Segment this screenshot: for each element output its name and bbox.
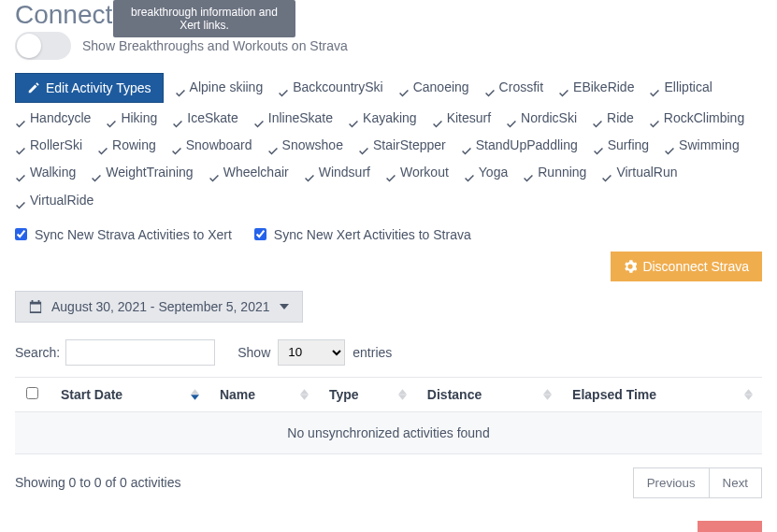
show-breakthroughs-toggle[interactable] (15, 32, 71, 60)
activity-type-item: Ride (592, 107, 634, 130)
activity-type-label: Kitesurf (447, 107, 491, 130)
activity-type-label: StandUpPaddling (476, 134, 578, 157)
sort-icon (300, 389, 309, 400)
activity-type-item: WeightTraining (91, 161, 193, 184)
activity-type-item: NordicSki (506, 107, 577, 130)
select-all-checkbox[interactable] (26, 387, 38, 399)
prev-button[interactable]: Previous (633, 467, 710, 498)
check-icon (593, 140, 604, 151)
check-icon (385, 167, 396, 179)
check-icon (253, 113, 265, 124)
check-icon (461, 140, 472, 151)
check-icon (304, 167, 315, 179)
edit-icon (27, 81, 40, 94)
activity-type-item: RollerSki (15, 134, 82, 157)
empty-state-row: No unsynchronized activities found (15, 411, 762, 453)
activity-type-item: Hiking (106, 107, 157, 130)
check-icon (506, 113, 517, 124)
tooltip: breakthrough information and Xert links. (113, 0, 295, 37)
activity-type-item: RockClimbing (649, 107, 744, 130)
disconnect-strava-button[interactable]: Disconnect Strava (611, 252, 762, 281)
activity-type-label: Canoeing (413, 76, 469, 99)
activity-type-label: Swimming (679, 134, 740, 157)
sync-to-xert-checkbox[interactable] (15, 228, 27, 240)
entries-suffix: entries (353, 345, 392, 360)
activity-type-item: IceSkate (172, 107, 237, 130)
check-icon (649, 113, 660, 124)
activity-type-label: Snowboard (186, 134, 252, 157)
activity-type-item: Windsurf (304, 161, 370, 184)
sync-to-strava-checkbox[interactable] (254, 228, 266, 240)
activity-type-item: InlineSkate (253, 107, 333, 130)
toggle-label: Show Breakthroughs and Workouts on Strav… (82, 38, 348, 53)
activity-type-item: Kitesurf (432, 107, 491, 130)
activity-type-label: Kayaking (363, 107, 417, 130)
entries-select[interactable]: 10 (278, 339, 345, 366)
activity-type-item: Running (523, 161, 586, 184)
activity-type-item: Elliptical (649, 76, 712, 99)
col-name[interactable]: Name (209, 377, 318, 411)
activities-table: Start Date Name Type (15, 377, 762, 454)
check-icon (523, 167, 534, 179)
check-icon (172, 113, 183, 124)
check-icon (348, 113, 359, 124)
activity-type-item: Surfing (593, 134, 649, 157)
activity-type-item: Workout (385, 161, 449, 184)
check-icon (97, 140, 108, 151)
next-button[interactable]: Next (710, 467, 762, 498)
activity-type-label: VirtualRun (616, 161, 677, 184)
date-range-picker[interactable]: August 30, 2021 - September 5, 2021 (15, 291, 303, 323)
activity-type-label: Crossfit (499, 76, 543, 99)
activity-type-item: Alpine skiing (175, 76, 264, 99)
activity-type-label: Elliptical (664, 76, 712, 99)
col-elapsed-time[interactable]: Elapsed Time (561, 377, 762, 411)
gear-icon (624, 260, 637, 273)
check-icon (278, 82, 289, 93)
check-icon (15, 113, 26, 124)
check-icon (267, 140, 279, 151)
col-start-date[interactable]: Start Date (50, 377, 209, 411)
sync-to-xert-check[interactable]: Sync New Strava Activities to Xert (15, 227, 232, 242)
activity-type-label: StairStepper (373, 134, 446, 157)
empty-state-text: No unsynchronized activities found (15, 411, 762, 453)
check-icon (209, 167, 220, 179)
sort-icon (744, 389, 753, 400)
pagination: Previous Next (633, 467, 762, 498)
activity-type-item: Swimming (664, 134, 740, 157)
sort-icon (543, 389, 552, 400)
sync-to-strava-check[interactable]: Sync New Xert Activities to Strava (254, 227, 471, 242)
check-icon (91, 167, 102, 179)
activity-type-item: Canoeing (398, 76, 469, 99)
activity-type-item: BackcountrySki (278, 76, 382, 99)
sync-button[interactable]: Sync (698, 521, 762, 532)
activity-type-label: Surfing (608, 134, 649, 157)
activity-type-item: VirtualRide (15, 189, 94, 212)
col-type[interactable]: Type (318, 377, 416, 411)
activity-type-label: Alpine skiing (190, 76, 264, 99)
activity-type-item: Snowboard (171, 134, 252, 157)
check-icon (432, 113, 443, 124)
activity-type-item: Snowshoe (267, 134, 343, 157)
check-icon (484, 82, 496, 93)
activity-type-item: Kayaking (348, 107, 417, 130)
table-info-text: Showing 0 to 0 of 0 activities (15, 475, 180, 490)
check-icon (592, 113, 603, 124)
sort-icon (398, 389, 407, 400)
activity-type-label: EBikeRide (573, 76, 634, 99)
activity-type-label: Walking (30, 161, 76, 184)
search-input[interactable] (65, 339, 215, 366)
activity-type-label: WeightTraining (106, 161, 193, 184)
activity-type-label: InlineSkate (268, 107, 333, 130)
date-range-text: August 30, 2021 - September 5, 2021 (51, 299, 270, 314)
activity-type-item: Yoga (464, 161, 508, 184)
check-icon (398, 82, 410, 93)
check-icon (649, 82, 660, 93)
activity-type-item: StairStepper (358, 134, 446, 157)
activity-type-label: Yoga (479, 161, 508, 184)
show-label: Show (237, 345, 270, 360)
activity-type-item: Handcycle (15, 107, 91, 130)
col-distance[interactable]: Distance (416, 377, 561, 411)
chevron-down-icon (280, 302, 289, 311)
edit-activity-types-button[interactable]: Edit Activity Types (15, 73, 164, 103)
activity-type-label: RollerSki (30, 134, 82, 157)
